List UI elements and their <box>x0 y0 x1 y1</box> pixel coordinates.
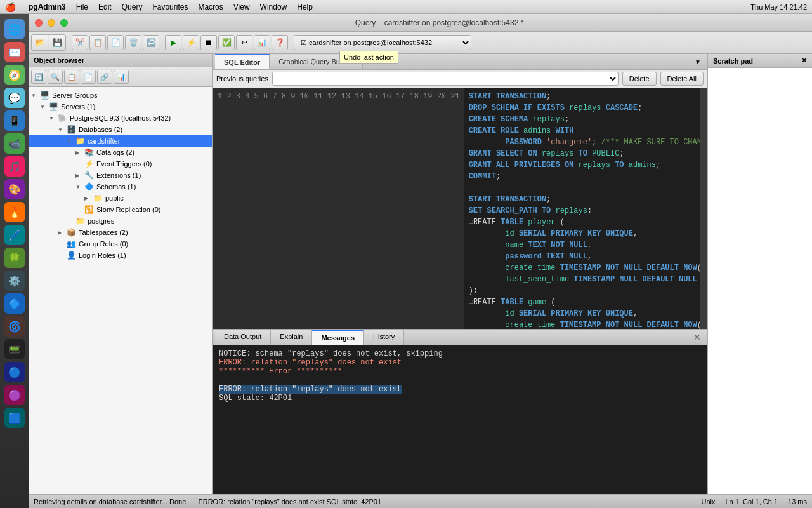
dock-app2[interactable]: 🔥 <box>4 202 25 222</box>
tab-history[interactable]: History <box>364 330 404 345</box>
cut-button[interactable]: ✂️ <box>72 35 88 50</box>
output-pane: Data Output Explain Messages History ✕ N… <box>213 329 707 494</box>
sql-editor[interactable]: 1 2 3 4 5 6 7 8 9 10 11 12 13 14 15 16 1… <box>213 88 707 329</box>
tree-item[interactable]: ▼📁cardshifter <box>29 135 212 147</box>
menu-window[interactable]: Window <box>255 3 292 11</box>
dock-app11[interactable]: 🟦 <box>4 408 25 428</box>
tree-item[interactable]: 📁postgres <box>29 215 212 227</box>
menu-pgadmin[interactable]: pgAdmin3 <box>23 3 71 11</box>
tree-item[interactable]: ▼🗄️Databases (2) <box>29 124 212 135</box>
tree-item-icon: ⚡ <box>84 159 94 168</box>
tree-item[interactable]: ▼🖥️Server Groups <box>29 90 212 101</box>
tree-item[interactable]: ▶📁public <box>29 192 212 204</box>
tree-item[interactable]: ▶📦Tablespaces (2) <box>29 227 212 238</box>
tree-item-label: PostgreSQL 9.3 (localhost:5432) <box>70 114 171 122</box>
error-highlight: ERROR: relation "replays" does not exist <box>219 385 402 394</box>
tree-item-icon: 📁 <box>93 194 103 203</box>
dock-itunes[interactable]: 🎵 <box>4 156 25 177</box>
delete-all-queries-button[interactable]: Delete All <box>660 72 704 86</box>
dock-mail[interactable]: ✉️ <box>4 42 25 62</box>
previous-queries-select[interactable] <box>272 72 619 86</box>
ob-prop-btn[interactable]: 📋 <box>64 70 79 84</box>
tree-arrow-icon[interactable]: ▼ <box>31 93 40 98</box>
minimize-button[interactable] <box>48 19 55 27</box>
tab-explain[interactable]: Explain <box>271 330 312 345</box>
tree-item[interactable]: ▶📚Catalogs (2) <box>29 147 212 158</box>
ob-stat-btn[interactable]: 📊 <box>114 70 129 84</box>
tree-arrow-icon[interactable]: ▼ <box>67 138 75 144</box>
menu-query[interactable]: Query <box>117 3 148 11</box>
save-button[interactable]: 💾 <box>49 35 65 50</box>
tree-arrow-icon[interactable]: ▶ <box>84 196 93 201</box>
run-button[interactable]: ▶ <box>165 35 181 50</box>
tree-item[interactable]: ▼🖥️Servers (1) <box>29 101 212 112</box>
explain-button[interactable]: 📊 <box>254 35 270 50</box>
tab-data-output[interactable]: Data Output <box>215 330 271 345</box>
tree-item[interactable]: ▶🔧Extensions (1) <box>29 170 212 181</box>
delete-query-button[interactable]: Delete <box>622 72 657 86</box>
run-explain-button[interactable]: ⚡ <box>183 35 199 50</box>
dock-app7[interactable]: 🌀 <box>4 316 25 337</box>
menu-macros[interactable]: Macros <box>193 3 228 11</box>
dock-app10[interactable]: 🟣 <box>4 385 25 405</box>
ob-filter-btn[interactable]: 🔍 <box>48 70 63 84</box>
tree-arrow-icon[interactable]: ▼ <box>75 184 84 190</box>
output-close-button[interactable]: ✕ <box>690 332 705 342</box>
dock-app3[interactable]: 🖊️ <box>4 225 25 245</box>
scratch-pad-content[interactable] <box>708 68 812 494</box>
tree-item[interactable]: ⚡Event Triggers (0) <box>29 158 212 170</box>
tree-item-icon: 📚 <box>84 148 94 157</box>
menu-edit[interactable]: Edit <box>93 3 117 11</box>
sql-code-area[interactable]: START TRANSACTION; DROP SCHEMA IF EXISTS… <box>464 88 700 329</box>
dock-finder[interactable]: 🌐 <box>4 19 25 39</box>
tree-arrow-icon[interactable]: ▼ <box>40 104 49 110</box>
dock-skype[interactable]: 📱 <box>4 110 25 131</box>
paste-button[interactable]: 📄 <box>107 35 124 50</box>
commit-button[interactable]: ✅ <box>218 35 235 50</box>
tree-item[interactable]: ▼🔷Schemas (1) <box>29 181 212 192</box>
ob-sql-btn[interactable]: 📄 <box>81 70 96 84</box>
clear-button[interactable]: 🗑️ <box>125 35 141 50</box>
tree-item[interactable]: 👤Login Roles (1) <box>29 250 212 261</box>
tree-item[interactable]: 👥Group Roles (0) <box>29 238 212 250</box>
tree-arrow-icon[interactable]: ▼ <box>49 116 58 121</box>
dock-safari[interactable]: 🧭 <box>4 65 25 85</box>
tree-arrow-icon[interactable]: ▶ <box>75 150 84 156</box>
open-file-button[interactable]: 📂 <box>32 35 48 50</box>
tree-arrow-icon[interactable]: ▶ <box>75 173 84 178</box>
tree-item[interactable]: ▼🐘PostgreSQL 9.3 (localhost:5432) <box>29 112 212 124</box>
dock-app1[interactable]: 🎨 <box>4 179 25 199</box>
stop-button[interactable]: ⏹ <box>200 35 217 50</box>
menu-favourites[interactable]: Favourites <box>147 3 193 11</box>
dock-app5[interactable]: ⚙️ <box>4 271 25 291</box>
rollback-button[interactable]: ↩ <box>236 35 252 50</box>
apple-menu[interactable]: 🍎 <box>5 2 16 12</box>
tab-sql-editor[interactable]: SQL Editor <box>215 54 270 69</box>
tree-item[interactable]: 🔁Slony Replication (0) <box>29 204 212 215</box>
close-button[interactable] <box>35 19 43 27</box>
tree-arrow-icon[interactable]: ▶ <box>58 230 67 236</box>
tree-item-icon: 🖥️ <box>49 102 58 111</box>
ob-dep-btn[interactable]: 🔗 <box>97 70 112 84</box>
connection-selector[interactable]: ☑ cardshifter on postgres@localhost:5432 <box>294 35 471 50</box>
tab-messages[interactable]: Messages <box>312 330 364 345</box>
dock-facetime[interactable]: 📹 <box>4 133 25 154</box>
copy-button[interactable]: 📋 <box>89 35 106 50</box>
editor-scrollbar[interactable] <box>700 88 707 329</box>
dock-app8[interactable]: 📟 <box>4 339 25 359</box>
menu-help[interactable]: Help <box>292 3 318 11</box>
editor-tabs: SQL Editor Graphical Query Builder ▼ <box>213 54 707 70</box>
tree-arrow-icon[interactable]: ▼ <box>58 127 67 133</box>
dock-messages[interactable]: 💬 <box>4 88 25 108</box>
help-button[interactable]: ❓ <box>272 35 288 50</box>
dock-app6[interactable]: 🔷 <box>4 293 25 314</box>
undo-button[interactable]: ↩️ <box>143 35 159 50</box>
scratch-pad-close[interactable]: ✕ <box>801 57 807 65</box>
dock-app9[interactable]: 🔵 <box>4 362 25 382</box>
menu-view[interactable]: View <box>228 3 255 11</box>
ob-refresh-btn[interactable]: 🔄 <box>31 70 46 84</box>
maximize-button[interactable] <box>60 19 68 27</box>
dock-app4[interactable]: 🍀 <box>4 248 25 268</box>
editor-tab-dropdown[interactable]: ▼ <box>691 58 705 65</box>
menu-file[interactable]: File <box>71 3 93 11</box>
